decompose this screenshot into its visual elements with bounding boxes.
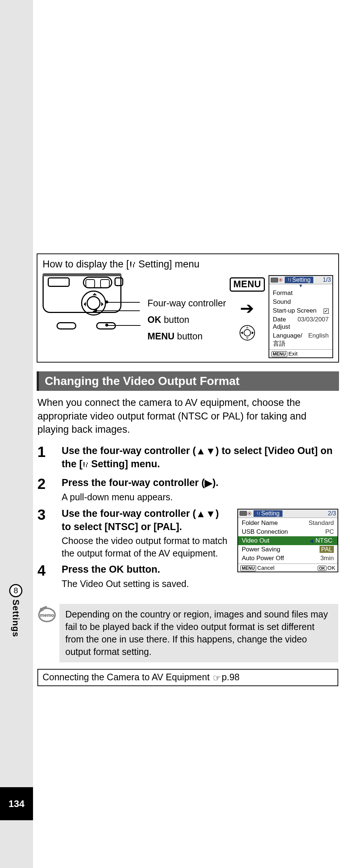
label-menu-button: MENU button (147, 328, 226, 345)
menu-suffix: button (175, 331, 203, 341)
ref-text: Connecting the Camera to AV Equipment (43, 672, 212, 682)
step-2-num: 2 (37, 476, 62, 504)
camera-tab-icon (240, 511, 247, 516)
lcd2-footer-right: OKOK (318, 565, 335, 571)
memo-text: Depending on the country or region, imag… (59, 604, 338, 662)
lcd-row: Power SavingPAL (238, 545, 338, 554)
lcd-screen-1: Setting 1/3 ▼ FormatSoundStart-up Screen… (269, 275, 333, 358)
lcd2-tab-label: Setting (261, 510, 280, 517)
section-heading: Changing the Video Output Format (37, 371, 339, 391)
left-gutter: 8 Settings 134 (0, 0, 33, 868)
lcd-row: Video Out◀NTSC (238, 536, 338, 545)
down-triangle-icon: ▼ (206, 445, 216, 458)
camera-tab-icon (271, 278, 278, 282)
tools-icon (256, 511, 260, 516)
lcd-row: Folder NameStandard (238, 519, 338, 527)
tools-icon (83, 458, 88, 471)
camera-back-diagram (43, 274, 127, 333)
pointing-hand-icon: ☞ (213, 673, 221, 683)
step-3-sub: Choose the video output format to match … (62, 535, 230, 560)
ok-text: OK (147, 314, 161, 325)
intro-text: When you connect the camera to AV equipm… (37, 396, 338, 436)
fourway-icon (239, 325, 255, 342)
lcd-row: Date Adjust03/03/2007 (269, 315, 332, 331)
lcd1-footer-left: MENUExit (271, 350, 298, 357)
step-3-title: Use the four-way controller (▲▼) to sele… (62, 507, 230, 533)
step-3-num: 3 (37, 507, 62, 560)
menu-text: MENU (147, 331, 175, 341)
lcd2-footer-left: MENUCancel (240, 565, 274, 571)
rec-tab-icon (248, 512, 251, 515)
howto-diagram: How to display the [ Setting] menu (37, 253, 339, 363)
caption-pre: How to display the [ (43, 259, 129, 270)
lcd-row: Format (269, 289, 332, 298)
step-4-title: Press the OK button. (62, 563, 230, 576)
lcd1-tab-label: Setting (292, 277, 311, 283)
lcd-row: Auto Power Off3min (238, 554, 338, 563)
step-4: 4 Press the OK button. The Video Out set… (37, 563, 230, 590)
label-ok-button: OK button (147, 311, 226, 328)
up-triangle-icon: ▲ (196, 445, 206, 458)
ref-page: p.98 (222, 672, 240, 682)
scroll-down-icon: ▼ (269, 284, 332, 287)
lcd-row: USB ConnectionPC (238, 527, 338, 536)
label-fourway: Four-way controller (147, 295, 226, 311)
reference-box: Connecting the Camera to AV Equipment ☞p… (37, 669, 338, 686)
chapter-label: Settings (11, 599, 21, 637)
lcd-row: Sound (269, 298, 332, 306)
setting-tab: Setting (254, 510, 282, 517)
ok-suffix: button (161, 314, 189, 325)
arrow-right-icon: ➔ (240, 300, 254, 317)
tools-icon (129, 259, 136, 271)
chapter-number: 8 (9, 584, 22, 597)
step-2-sub: A pull-down menu appears. (62, 491, 338, 504)
diagram-labels: Four-way controller OK button MENU butto… (147, 295, 226, 345)
down-triangle-icon: ▼ (206, 508, 216, 521)
memo-note: memo Depending on the country or region,… (37, 604, 338, 662)
step-1: 1 Use the four-way controller (▲▼) to se… (37, 444, 338, 473)
caption-post: Setting] menu (136, 259, 200, 270)
right-triangle-icon: ▶ (205, 477, 212, 490)
chapter-tab: 8 Settings (9, 584, 22, 637)
lcd-screen-2: Setting 2/3 Folder NameStandardUSB Conne… (237, 509, 338, 572)
step-4-num: 4 (37, 563, 62, 590)
lcd-row: Language/言語English (269, 331, 332, 349)
setting-tab: Setting (285, 277, 314, 283)
svg-point-1 (244, 329, 251, 336)
step-1-title: Use the four-way controller (▲▼) to sele… (62, 444, 338, 471)
step-1-num: 1 (37, 444, 62, 473)
rec-tab-icon (279, 278, 282, 282)
step-3: 3 Use the four-way controller (▲▼) to se… (37, 507, 230, 560)
step-4-sub: The Video Out setting is saved. (62, 578, 230, 590)
menu-button-icon: MENU (230, 277, 265, 292)
lcd1-page: 1/3 (323, 277, 331, 283)
step-2: 2 Press the four-way controller (▶). A p… (37, 476, 338, 504)
lcd2-page: 2/3 (328, 510, 336, 517)
lcd-row: Start-up Screen✔ (269, 306, 332, 315)
step-2-title: Press the four-way controller (▶). (62, 476, 338, 490)
page-number: 134 (0, 787, 33, 820)
memo-icon: memo (37, 605, 56, 625)
up-triangle-icon: ▲ (196, 508, 206, 521)
svg-text:memo: memo (40, 612, 54, 618)
diagram-caption: How to display the [ Setting] menu (43, 259, 333, 271)
tools-icon (288, 278, 291, 282)
